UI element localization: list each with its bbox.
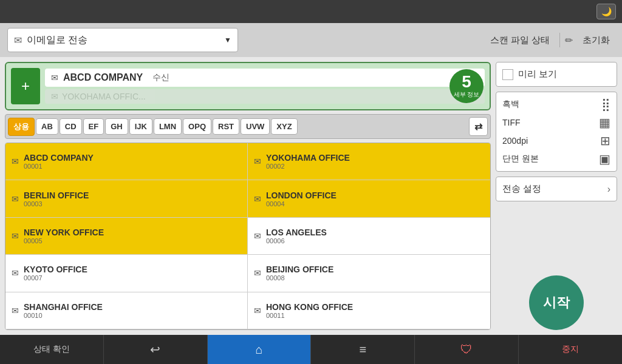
settings-panel: 흑백⣿TIFF▦200dpi⊞단면 원본▣ [496,92,617,172]
chevron-right-icon: › [607,184,610,195]
alpha-tab-xyz[interactable]: XYZ [271,118,297,135]
setting-label: 흑백 [502,99,519,110]
preview-label: 미리 보기 [518,69,557,80]
entry-faded-icon: ✉ [51,92,58,101]
contact-id: 00010 [24,312,103,319]
contact-name: LONDON OFFICE [266,190,337,200]
start-button[interactable]: 시작 [529,275,584,330]
recipient-entry-secondary: ✉ YOKOHAMA OFFIC... [45,89,485,104]
alpha-tab-[interactable]: ⇄ [469,117,488,136]
contact-email-icon: ✉ [254,194,261,204]
shield-icon: 🛡 [460,343,473,357]
contact-id: 00007 [24,274,87,281]
contact-name: BEIJING OFFICE [266,265,333,274]
status-check-button[interactable]: 상태 확인 [0,335,104,364]
header-right: 스캔 파일 상태 ✏ 초기화 [485,32,615,49]
setting-row[interactable]: TIFF▦ [502,115,610,130]
alpha-tabs: 상용ABCDEFGHIJKLMNOPQRSTUVWXYZ⇄ [5,114,491,139]
entry-name: ABCD COMPANY [63,72,143,83]
contact-email-icon: ✉ [12,306,19,315]
alpha-tab-opq[interactable]: OPQ [183,118,211,135]
contact-item[interactable]: ✉BERLIN OFFICE00003 [5,180,248,217]
setting-row[interactable]: 200dpi⊞ [502,133,610,148]
back-button[interactable]: ↩ [104,335,208,364]
menu-button[interactable]: ≡ [311,335,415,364]
alpha-tab-gh[interactable]: GH [105,118,128,135]
email-icon: ✉ [14,35,22,46]
shield-button[interactable]: 🛡 [415,335,519,364]
divider [559,33,560,47]
setting-row[interactable]: 흑백⣿ [502,97,610,112]
setting-icon-200dpi: ⊞ [600,133,610,148]
contact-item[interactable]: ✉KYOTO OFFICE00007 [5,255,248,292]
alpha-tab-uvw[interactable]: UVW [241,118,270,135]
contact-id: 00005 [24,237,104,244]
contact-id: 00001 [24,163,94,170]
contact-name: SHANGHAI OFFICE [24,302,103,312]
alpha-tab-[interactable]: 상용 [8,118,35,136]
setting-label: 단면 원본 [502,153,539,164]
transfer-settings-label: 전송 설정 [502,183,541,195]
recipient-area: + ✉ ABCD COMPANY 수신 ✉ YOKOHAMA OFFIC... … [5,62,491,110]
contact-id: 00003 [24,200,89,207]
header-area: ✉ 이메일로 전송 ▼ 스캔 파일 상태 ✏ 초기화 [0,23,622,57]
setting-icon-단면 원본: ▣ [599,152,610,166]
contact-email-icon: ✉ [12,268,19,278]
home-button[interactable]: ⌂ [208,335,312,364]
recipient-entries: ✉ ABCD COMPANY 수신 ✉ YOKOHAMA OFFIC... [45,69,485,104]
dropdown-arrow-icon: ▼ [224,36,231,44]
main-content: + ✉ ABCD COMPANY 수신 ✉ YOKOHAMA OFFIC... … [0,57,622,335]
contact-email-icon: ✉ [254,231,261,241]
night-mode-button[interactable]: 🌙 [596,4,616,19]
detail-badge-button[interactable]: 5 세부 정보 [449,69,484,103]
contact-email-icon: ✉ [12,194,19,204]
alpha-tab-cd[interactable]: CD [60,118,82,135]
entry-label: 수신 [152,72,169,83]
contact-item[interactable]: ✉YOKOHAMA OFFICE00002 [248,143,490,180]
alpha-tab-ef[interactable]: EF [83,118,104,135]
contact-name: HONG KONG OFFICE [266,302,353,312]
contact-item[interactable]: ✉SHANGHAI OFFICE00010 [5,292,248,329]
contact-info: HONG KONG OFFICE00011 [266,302,353,319]
scan-status-button[interactable]: 스캔 파일 상태 [485,32,555,49]
email-input-box[interactable]: ✉ 이메일로 전송 ▼ [7,28,238,52]
contact-list: ✉ABCD COMPANY00001✉YOKOHAMA OFFICE00002✉… [5,143,491,330]
setting-row[interactable]: 단면 원본▣ [502,152,610,166]
contact-name: BERLIN OFFICE [24,190,89,200]
status-check-label: 상태 확인 [33,344,70,355]
entry-faded-name: YOKOHAMA OFFIC... [62,92,146,101]
contact-item[interactable]: ✉LONDON OFFICE00004 [248,180,490,217]
alpha-tab-ijk[interactable]: IJK [129,118,152,135]
recipient-entry-primary: ✉ ABCD COMPANY 수신 [45,69,485,87]
contact-id: 00006 [266,237,327,244]
add-recipient-button[interactable]: + [11,68,40,104]
stop-button[interactable]: 중지 [519,335,622,364]
stop-label: 중지 [562,344,579,355]
contact-name: YOKOHAMA OFFICE [266,153,350,163]
contact-item[interactable]: ✉HONG KONG OFFICE00011 [248,292,490,329]
contact-id: 00008 [266,274,333,281]
alpha-tab-rst[interactable]: RST [213,118,239,135]
preview-checkbox[interactable] [502,69,513,80]
transfer-settings-button[interactable]: 전송 설정 › [496,177,617,201]
contact-id: 00002 [266,163,350,170]
top-bar: 🌙 [0,0,622,23]
contact-info: KYOTO OFFICE00007 [24,265,87,281]
contact-info: BEIJING OFFICE00008 [266,265,333,281]
contact-email-icon: ✉ [12,231,19,241]
contact-name: KYOTO OFFICE [24,265,87,274]
contact-item[interactable]: ✉LOS ANGELES00006 [248,218,490,255]
contact-item[interactable]: ✉NEW YORK OFFICE00005 [5,218,248,255]
detail-badge-label: 세부 정보 [454,90,480,99]
contact-item[interactable]: ✉ABCD COMPANY00001 [5,143,248,180]
alpha-tab-lmn[interactable]: LMN [154,118,182,135]
entry-email-icon: ✉ [51,73,58,83]
alpha-tab-ab[interactable]: AB [36,118,58,135]
preview-button[interactable]: 미리 보기 [496,62,617,87]
contact-info: YOKOHAMA OFFICE00002 [266,153,350,170]
reset-button[interactable]: 초기화 [578,32,615,49]
contact-item[interactable]: ✉BEIJING OFFICE00008 [248,255,490,292]
contact-email-icon: ✉ [254,268,261,278]
contact-info: BERLIN OFFICE00003 [24,190,89,207]
contact-info: LONDON OFFICE00004 [266,190,337,207]
